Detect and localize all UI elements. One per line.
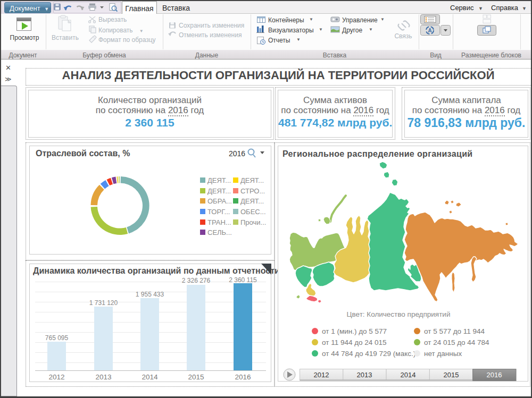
svg-text:от 5 577 до 11 944: от 5 577 до 11 944 (424, 327, 485, 335)
svg-text:СТРО...: СТРО... (240, 187, 265, 195)
svg-text:СЕЛЬ...: СЕЛЬ... (207, 228, 232, 236)
svg-text:ТРАН...: ТРАН... (207, 218, 231, 226)
svg-text:ОБРА...: ОБРА... (207, 197, 232, 205)
svg-text:2016: 2016 (487, 371, 502, 379)
svg-text:2015: 2015 (444, 371, 459, 379)
svg-text:2014: 2014 (142, 373, 158, 381)
svg-text:от 1 (мин.) до 5 577: от 1 (мин.) до 5 577 (322, 327, 387, 335)
svg-text:1 731 120: 1 731 120 (89, 299, 118, 307)
svg-text:2012: 2012 (314, 371, 329, 379)
svg-text:ДЕЯТ...: ДЕЯТ... (240, 197, 264, 205)
svg-text:2014: 2014 (401, 371, 416, 379)
svg-text:2016: 2016 (235, 373, 251, 381)
svg-text:от 11 944 до 24 015: от 11 944 до 24 015 (322, 338, 387, 346)
svg-text:от 24 015 до 44 784: от 24 015 до 44 784 (424, 338, 489, 346)
svg-text:2 360 115: 2 360 115 (229, 276, 257, 284)
svg-text:от 44 784 до 419 729 (макс.): от 44 784 до 419 729 (макс.) (322, 350, 415, 358)
svg-text:ДЕЯТ...: ДЕЯТ... (240, 176, 264, 184)
svg-text:2015: 2015 (188, 373, 204, 381)
svg-text:765 095: 765 095 (45, 334, 69, 342)
svg-text:ДЕЯТ...: ДЕЯТ... (207, 176, 231, 184)
svg-text:2012: 2012 (48, 373, 64, 381)
svg-text:2013: 2013 (357, 371, 372, 379)
svg-text:Цвет: Количество предприятий: Цвет: Количество предприятий (347, 310, 451, 318)
svg-text:1 955 433: 1 955 433 (136, 291, 164, 298)
svg-text:A: A (428, 28, 431, 33)
svg-text:ДЕЯТ...: ДЕЯТ... (207, 187, 231, 195)
svg-text:Прочи...: Прочи... (240, 218, 266, 226)
svg-text:нет данных: нет данных (424, 350, 462, 358)
svg-text:ОБЕС...: ОБЕС... (240, 208, 266, 216)
svg-text:2013: 2013 (95, 373, 111, 381)
svg-text:ТОРГ...: ТОРГ... (207, 208, 230, 216)
svg-text:2 326 276: 2 326 276 (182, 277, 211, 284)
